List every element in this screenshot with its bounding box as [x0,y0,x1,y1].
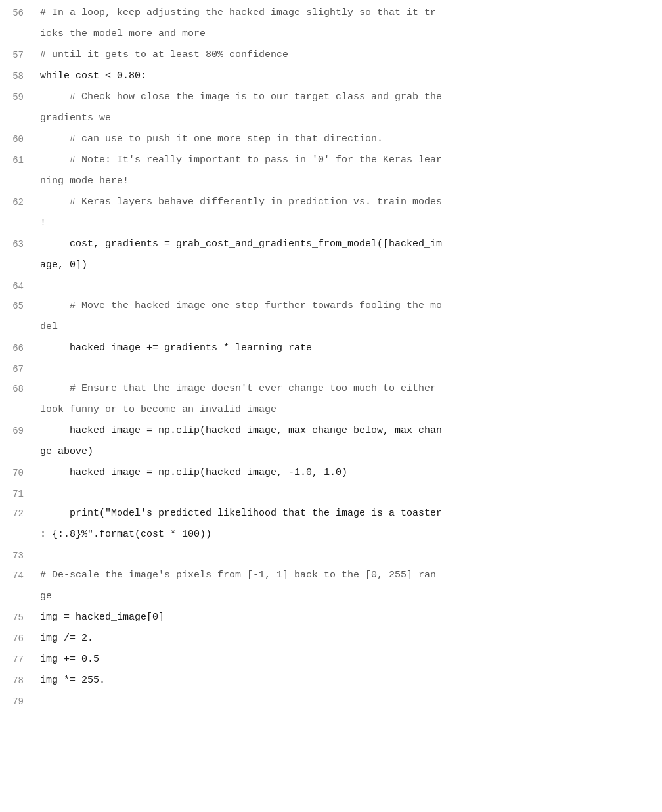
code-line: 56# In a loop, keep adjusting the hacked… [0,5,662,26]
line-separator [32,381,32,402]
code-line: 57# until it gets to at least 80% confid… [0,47,662,68]
code-line: 60 # can use to push it one more step in… [0,131,662,152]
line-number [0,215,32,216]
line-content: ge_above) [40,444,662,460]
line-content: # Move the hacked image one step further… [40,298,662,314]
line-content: hacked_image = np.clip(hacked_image, max… [40,423,662,439]
line-number: 61 [0,152,32,168]
code-line: 71 [0,486,662,506]
code-line: 64 [0,279,662,298]
line-separator [32,548,32,568]
line-number: 59 [0,89,32,104]
line-content: hacked_image = np.clip(hacked_image, -1.… [40,465,662,481]
line-number: 58 [0,68,32,83]
code-line: ge_above) [0,444,662,465]
code-line: age, 0]) [0,258,662,279]
line-number [0,444,32,445]
code-line: gradients we [0,110,662,131]
line-separator [32,47,32,68]
line-content: ! [40,215,662,231]
line-separator [32,673,32,694]
code-line: 63 cost, gradients = grab_cost_and_gradi… [0,237,662,258]
line-number [0,26,32,27]
code-line: del [0,319,662,340]
line-separator [32,68,32,89]
line-number: 75 [0,610,32,625]
line-separator [32,258,32,279]
line-number: 70 [0,465,32,480]
code-line: 75img = hacked_image[0] [0,610,662,631]
line-content: # Ensure that the image doesn't ever cha… [40,381,662,397]
code-line: 76img /= 2. [0,631,662,652]
line-number: 56 [0,5,32,20]
line-separator [32,152,32,173]
code-line: 78img *= 255. [0,673,662,694]
line-number [0,527,32,528]
line-content: look funny or to become an invalid image [40,402,662,418]
code-line: 61 # Note: It's really important to pass… [0,152,662,173]
line-separator [32,631,32,652]
line-number: 57 [0,47,32,62]
line-content: cost, gradients = grab_cost_and_gradient… [40,237,662,252]
line-separator [32,568,32,589]
line-number: 79 [0,694,32,709]
line-number: 77 [0,652,32,667]
line-content: ge [40,589,662,604]
line-separator [32,237,32,258]
line-content: img *= 255. [40,673,662,688]
line-separator [32,110,32,131]
line-separator [32,444,32,465]
line-separator [32,173,32,194]
line-number [0,319,32,320]
line-content: # Note: It's really important to pass in… [40,152,662,168]
line-separator [32,423,32,444]
code-line: 70 hacked_image = np.clip(hacked_image, … [0,465,662,486]
line-content: # Check how close the image is to our ta… [40,89,662,105]
line-content: print("Model's predicted likelihood that… [40,506,662,522]
line-separator [32,215,32,237]
line-content: # can use to push it one more step in th… [40,131,662,147]
line-number: 66 [0,340,32,355]
line-separator [32,279,32,298]
code-line: 66 hacked_image += gradients * learning_… [0,340,662,361]
code-line: 65 # Move the hacked image one step furt… [0,298,662,319]
line-number [0,589,32,589]
line-number: 76 [0,631,32,646]
code-line: 74# De-scale the image's pixels from [-1… [0,568,662,589]
line-content: img = hacked_image[0] [40,610,662,625]
code-line: ge [0,589,662,610]
line-number [0,173,32,174]
code-line: : {:.8}%".format(cost * 100)) [0,527,662,548]
line-content: img += 0.5 [40,652,662,667]
line-number: 67 [0,361,32,376]
line-number: 72 [0,506,32,521]
code-line: ning mode here! [0,173,662,194]
line-content: icks the model more and more [40,26,662,42]
line-content: hacked_image += gradients * learning_rat… [40,340,662,356]
code-line: look funny or to become an invalid image [0,402,662,423]
line-number: 60 [0,131,32,147]
line-number: 63 [0,237,32,252]
code-line: 77img += 0.5 [0,652,662,673]
line-separator [32,319,32,340]
line-content: : {:.8}%".format(cost * 100)) [40,527,662,543]
code-line: 73 [0,548,662,568]
code-line: 62 # Keras layers behave differently in … [0,194,662,215]
line-number [0,110,32,111]
code-line: icks the model more and more [0,26,662,47]
line-separator [32,131,32,152]
line-separator [32,402,32,423]
line-content: # Keras layers behave differently in pre… [40,194,662,210]
line-separator [32,340,32,361]
code-line: 79 [0,694,662,713]
line-separator [32,527,32,548]
code-line: 68 # Ensure that the image doesn't ever … [0,381,662,402]
line-content: while cost < 0.80: [40,68,662,84]
line-number: 68 [0,381,32,396]
line-number: 74 [0,568,32,583]
line-separator [32,486,32,506]
code-line: 69 hacked_image = np.clip(hacked_image, … [0,423,662,444]
line-number: 73 [0,548,32,563]
line-separator [32,589,32,610]
line-separator [32,194,32,215]
